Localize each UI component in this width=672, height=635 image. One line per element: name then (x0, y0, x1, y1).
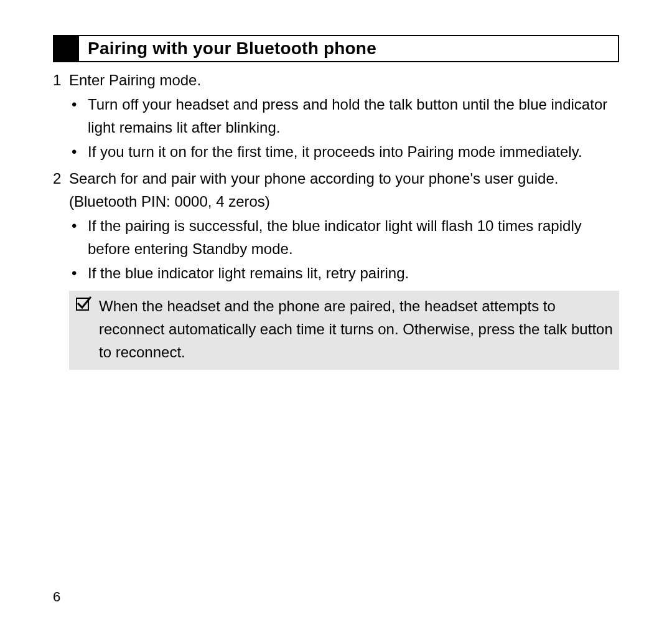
note-text: When the headset and the phone are paire… (99, 294, 613, 364)
step-2-bullets: If the pairing is successful, the blue i… (69, 214, 619, 285)
step-text: Enter Pairing mode. Turn off your headse… (69, 68, 619, 163)
step-intro: Enter Pairing mode. (69, 68, 619, 92)
step-number: 1 (53, 68, 69, 163)
step-1-bullets: Turn off your headset and press and hold… (69, 93, 619, 163)
body-text: 1 Enter Pairing mode. Turn off your head… (53, 62, 619, 370)
step-2: 2 Search for and pair with your phone ac… (53, 167, 619, 285)
step-1: 1 Enter Pairing mode. Turn off your head… (53, 68, 619, 163)
step-text: Search for and pair with your phone acco… (69, 167, 619, 285)
bullet-item: Turn off your headset and press and hold… (69, 93, 619, 139)
bullet-item: If the blue indicator light remains lit,… (69, 261, 619, 285)
step-number: 2 (53, 167, 69, 285)
section-heading-bar: Pairing with your Bluetooth phone (53, 35, 619, 62)
bullet-item: If you turn it on for the first time, it… (69, 140, 619, 163)
page-number: 6 (53, 589, 60, 605)
section-heading: Pairing with your Bluetooth phone (79, 36, 376, 61)
checkbox-note-icon (75, 294, 99, 364)
note-box: When the headset and the phone are paire… (69, 291, 619, 370)
manual-page: Pairing with your Bluetooth phone 1 Ente… (0, 0, 672, 635)
bullet-item: If the pairing is successful, the blue i… (69, 214, 619, 260)
step-intro: Search for and pair with your phone acco… (69, 167, 619, 213)
heading-block-ornament (54, 36, 79, 61)
